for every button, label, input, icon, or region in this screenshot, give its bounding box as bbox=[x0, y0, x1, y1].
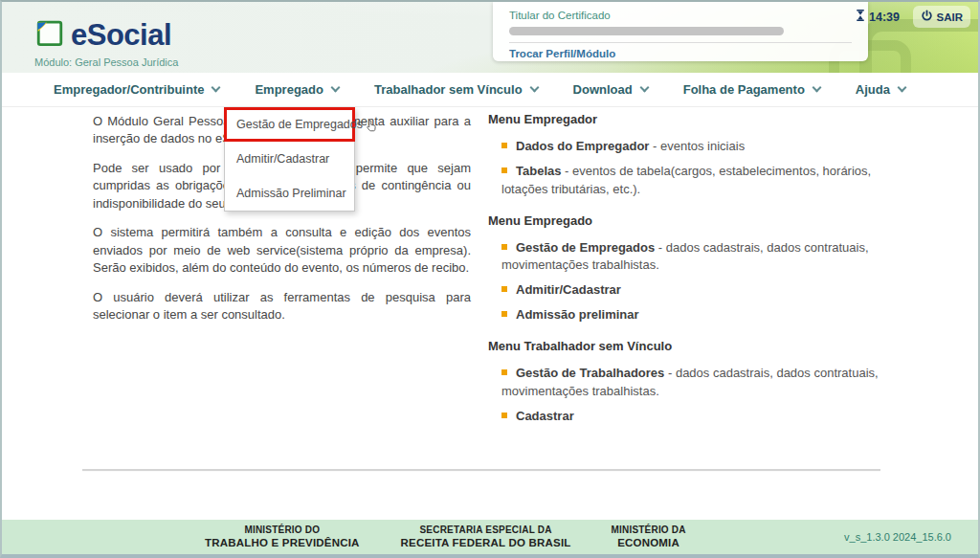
menu-item: Admitir/Cadastrar bbox=[501, 281, 882, 300]
footer: MINISTÉRIO DO TRABALHO E PREVIDÊNCIA SEC… bbox=[2, 520, 978, 554]
change-profile-link[interactable]: Trocar Perfil/Módulo bbox=[509, 48, 615, 59]
menu-item: Admissão preliminar bbox=[501, 306, 882, 324]
esocial-logo-icon bbox=[34, 17, 65, 52]
bullet-square-icon bbox=[501, 167, 507, 173]
footer-ministry-line2: RECEITA FEDERAL DO BRASIL bbox=[401, 536, 571, 550]
hourglass-icon bbox=[856, 9, 865, 25]
content-bottom-divider bbox=[82, 469, 880, 472]
menu-heading-trabalhador-sem-vinculo: Menu Trabalhador sem Vínculo bbox=[488, 339, 882, 353]
bullet-square-icon bbox=[501, 369, 507, 375]
footer-ministry-line2: TRABALHO E PREVIDÊNCIA bbox=[205, 536, 360, 550]
footer-ministry-line1: MINISTÉRIO DA bbox=[612, 524, 686, 536]
chevron-down-icon bbox=[212, 83, 221, 93]
menu-item: Tabelas - eventos de tabela(cargos, esta… bbox=[501, 163, 882, 199]
bullet-square-icon bbox=[501, 244, 507, 250]
version-label: v_s_1.3.0 2024_15.6.0 bbox=[844, 531, 951, 543]
menu-item-name: Admitir/Cadastrar bbox=[516, 282, 621, 297]
nav-item-label: Empregado bbox=[255, 82, 323, 97]
orientation-paragraph: O sistema permitirá também a consulta e … bbox=[93, 224, 471, 277]
dropdown-item-label: Admitir/Cadastrar bbox=[236, 152, 329, 166]
nav-item-label: Ajuda bbox=[856, 82, 890, 97]
logout-button[interactable]: SAIR bbox=[913, 6, 970, 28]
certificate-divider bbox=[509, 42, 852, 43]
chevron-down-icon bbox=[331, 83, 341, 93]
certificate-panel: Titular do Certificado Trocar Perfil/Mód… bbox=[493, 2, 868, 61]
nav-item-label: Trabalhador sem Vínculo bbox=[374, 82, 523, 97]
main-nav: Empregador/Contribuinte Empregado Trabal… bbox=[2, 73, 978, 107]
dropdown-item-label: Gestão de Empregados bbox=[236, 118, 363, 131]
brand-name: eSocial bbox=[71, 20, 171, 50]
menu-item-name: Tabelas bbox=[516, 164, 561, 178]
menu-item: Gestão de Trabalhadores - dados cadastra… bbox=[501, 365, 882, 401]
footer-ministry-economia: MINISTÉRIO DA ECONOMIA bbox=[612, 524, 686, 550]
chevron-down-icon bbox=[898, 83, 907, 93]
menu-item-name: Gestão de Trabalhadores bbox=[516, 366, 664, 380]
nav-item-empregado[interactable]: Empregado bbox=[255, 82, 339, 97]
menu-item-name: Admissão preliminar bbox=[516, 307, 639, 322]
menu-item-name: Gestão de Empregados bbox=[516, 240, 655, 255]
nav-item-folha-de-pagamento[interactable]: Folha de Pagamento bbox=[683, 82, 820, 97]
nav-item-download[interactable]: Download bbox=[573, 82, 648, 97]
chevron-down-icon bbox=[812, 83, 821, 93]
bullet-square-icon bbox=[501, 413, 507, 418]
bullet-square-icon bbox=[501, 311, 507, 317]
footer-ministry-line2: ECONOMIA bbox=[612, 536, 686, 550]
nav-item-label: Download bbox=[573, 82, 633, 97]
nav-item-ajuda[interactable]: Ajuda bbox=[856, 82, 905, 97]
dropdown-item-admissao-preliminar[interactable]: Admissão Preliminar bbox=[225, 176, 354, 211]
bullet-square-icon bbox=[501, 143, 507, 148]
menu-item: Dados do Empregador - eventos iniciais bbox=[501, 138, 882, 156]
footer-ministry-trabalho: MINISTÉRIO DO TRABALHO E PREVIDÊNCIA bbox=[205, 524, 360, 550]
dropdown-item-admitir-cadastrar[interactable]: Admitir/Cadastrar bbox=[225, 142, 354, 176]
brand-module-label: Módulo: Geral Pessoa Jurídica bbox=[34, 56, 178, 68]
footer-ministry-line1: SECRETARIA ESPECIAL DA bbox=[401, 524, 571, 536]
nav-item-empregador-contribuinte[interactable]: Empregador/Contribuinte bbox=[54, 82, 219, 97]
esocial-window: eSocial Módulo: Geral Pessoa Jurídica Ti… bbox=[0, 0, 980, 558]
menu-heading-empregador: Menu Empregador bbox=[488, 112, 882, 126]
chevron-down-icon bbox=[529, 83, 539, 93]
nav-item-trabalhador-sem-vinculo[interactable]: Trabalhador sem Vínculo bbox=[374, 82, 538, 97]
hand-cursor-icon bbox=[364, 119, 378, 137]
clock-time: 14:39 bbox=[869, 11, 900, 24]
logout-label: SAIR bbox=[937, 11, 963, 23]
menu-item-name: Cadastrar bbox=[516, 409, 574, 423]
footer-secretaria-receita: SECRETARIA ESPECIAL DA RECEITA FEDERAL D… bbox=[401, 524, 571, 550]
certificate-title: Titular do Certificado bbox=[493, 2, 868, 21]
brand: eSocial Módulo: Geral Pessoa Jurídica bbox=[34, 17, 178, 68]
certificate-holder-redacted-bar bbox=[509, 27, 784, 35]
dropdown-item-label: Admissão Preliminar bbox=[236, 187, 346, 200]
menu-item: Gestão de Empregados - dados cadastrais,… bbox=[501, 239, 882, 276]
header: eSocial Módulo: Geral Pessoa Jurídica Ti… bbox=[2, 2, 978, 73]
dropdown-item-gestao-de-empregados[interactable]: Gestão de Empregados bbox=[224, 107, 355, 142]
content: Orientações gerais: O Módulo Geral Pesso… bbox=[93, 84, 882, 432]
menu-item-name: Dados do Empregador bbox=[516, 139, 649, 153]
nav-item-label: Folha de Pagamento bbox=[683, 82, 805, 97]
session-clock: 14:39 bbox=[856, 9, 900, 25]
empregado-dropdown-menu: Gestão de Empregados Admitir/Cadastrar A… bbox=[224, 107, 355, 212]
menu-item-desc: - eventos iniciais bbox=[649, 139, 745, 153]
nav-item-label: Empregador/Contribuinte bbox=[54, 82, 204, 97]
orientation-paragraph: O usuário deverá utilizar as ferramentas… bbox=[93, 289, 471, 324]
menus-column: Menu Empregador Dados do Empregador - ev… bbox=[488, 84, 882, 432]
chevron-down-icon bbox=[639, 83, 649, 93]
menu-item: Cadastrar bbox=[501, 408, 882, 426]
footer-ministry-line1: MINISTÉRIO DO bbox=[205, 524, 360, 536]
power-icon bbox=[921, 10, 933, 24]
menu-heading-empregado: Menu Empregado bbox=[488, 213, 882, 228]
bullet-square-icon bbox=[501, 286, 507, 292]
